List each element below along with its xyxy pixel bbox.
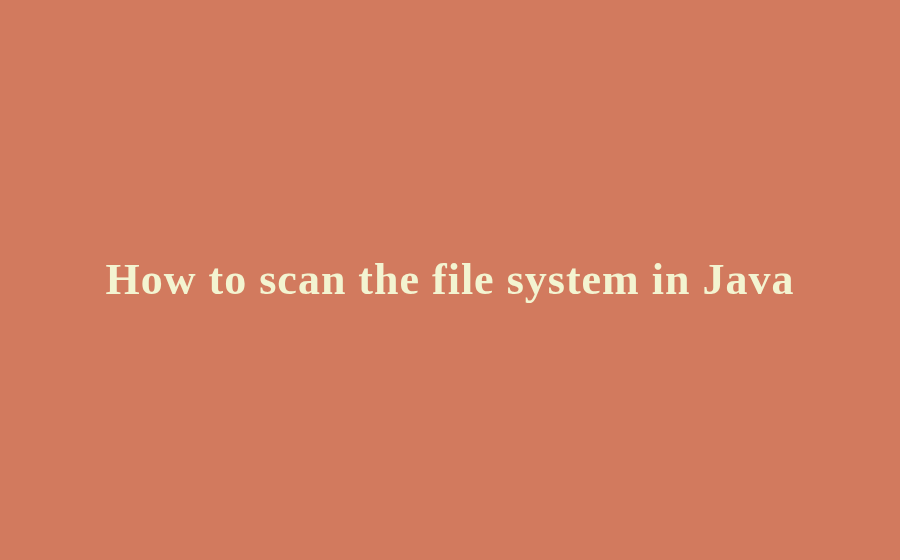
page-title: How to scan the file system in Java xyxy=(106,251,795,308)
